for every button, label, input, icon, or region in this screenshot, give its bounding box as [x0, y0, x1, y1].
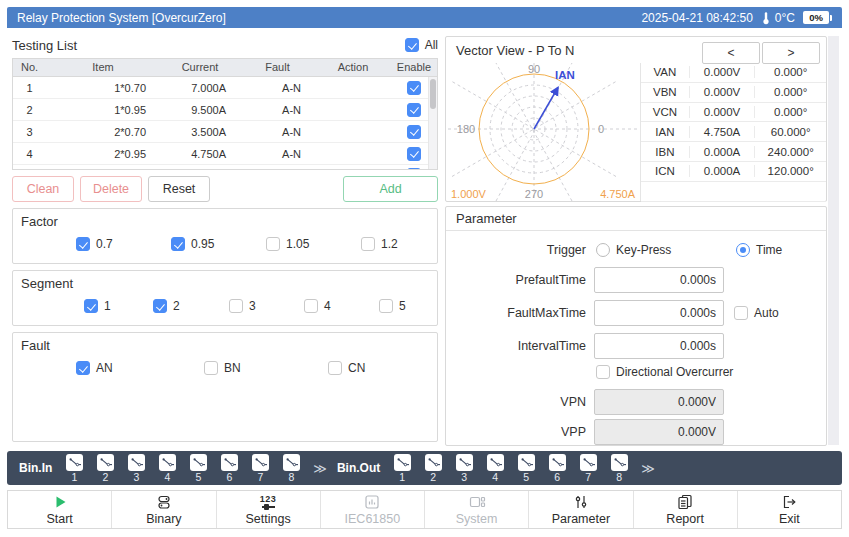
bin-out-more-chevron[interactable]: ≫	[641, 461, 655, 476]
auto-checkbox[interactable]	[734, 306, 748, 320]
fault-an-checkbox[interactable]	[76, 361, 90, 375]
fault-option[interactable]: BN	[204, 361, 241, 375]
fault-cn-checkbox[interactable]	[328, 361, 342, 375]
segment-option[interactable]: 5	[379, 299, 406, 313]
table-row[interactable]: 2 1*0.95 9.500A A-N	[13, 99, 437, 121]
fault-option[interactable]: CN	[328, 361, 365, 375]
bin-in-channel[interactable]: 4	[155, 454, 179, 482]
vector-next-button[interactable]: >	[762, 42, 820, 64]
reset-button[interactable]: Reset	[148, 176, 210, 202]
interval-time-label: IntervalTime	[446, 333, 586, 359]
bin-in-channel[interactable]: 8	[279, 454, 303, 482]
segment-4-checkbox[interactable]	[304, 299, 318, 313]
bin-in-channel[interactable]: 5	[186, 454, 210, 482]
factor-0.7-checkbox[interactable]	[76, 237, 90, 251]
segment-section: Segment 1 2 3 4 5	[12, 270, 438, 326]
keypress-radio[interactable]	[596, 243, 610, 257]
binary-button[interactable]: Binary	[112, 491, 216, 528]
bin-out-channel[interactable]: 6	[545, 454, 569, 482]
factor-1.2-checkbox[interactable]	[361, 237, 375, 251]
report-button[interactable]: Report	[634, 491, 738, 528]
row-enable-checkbox[interactable]	[407, 103, 421, 117]
bin-in-channel[interactable]: 2	[93, 454, 117, 482]
toolbar-label: Parameter	[552, 512, 610, 526]
option-label: 0.7	[96, 237, 113, 251]
bin-in-channel[interactable]: 7	[248, 454, 272, 482]
interval-time-input[interactable]	[594, 333, 724, 359]
add-button[interactable]: Add	[343, 176, 438, 202]
fault-bn-checkbox[interactable]	[204, 361, 218, 375]
cell-current: 3.500A	[160, 126, 240, 138]
directional-overcurrent-checkbox[interactable]	[596, 365, 610, 379]
angle-label-180: 180	[457, 123, 475, 135]
segment-option[interactable]: 2	[153, 299, 180, 313]
directional-overcurrent-option[interactable]: Directional Overcurrer	[596, 365, 733, 379]
bin-in-more-chevron[interactable]: ≫	[313, 461, 327, 476]
table-row[interactable]: 3 2*0.70 3.500A A-N	[13, 121, 437, 143]
factor-option[interactable]: 1.05	[266, 237, 309, 251]
icon-text-123: 123	[260, 495, 277, 504]
vector-prev-button[interactable]: <	[702, 42, 760, 64]
right-scrollbar-track[interactable]	[828, 36, 839, 445]
bin-in-channel[interactable]: 3	[124, 454, 148, 482]
factor-option[interactable]: 0.7	[76, 237, 113, 251]
system-button[interactable]: System	[425, 491, 529, 528]
settings-button[interactable]: 123 Settings	[217, 491, 321, 528]
exit-button[interactable]: Exit	[738, 491, 841, 528]
bin-out-channel[interactable]: 1	[390, 454, 414, 482]
delete-button[interactable]: Delete	[80, 176, 142, 202]
row-enable-checkbox[interactable]	[407, 147, 421, 161]
bin-out-channel[interactable]: 3	[452, 454, 476, 482]
toolbar-label: Report	[666, 512, 704, 526]
bin-in-channel[interactable]: 1	[62, 454, 86, 482]
scrollbar-thumb[interactable]	[430, 79, 436, 109]
trigger-keypress-option[interactable]: Key-Press	[596, 243, 671, 257]
magnitude: 0.000A	[689, 146, 755, 158]
table-row[interactable]: 1 1*0.70 7.000A A-N	[13, 77, 437, 99]
bin-in-channel[interactable]: 6	[217, 454, 241, 482]
channel-number: 1	[399, 472, 405, 482]
table-row[interactable]: 4 2*0.95 4.750A A-N	[13, 143, 437, 165]
row-enable-checkbox[interactable]	[407, 125, 421, 139]
bin-out-channel[interactable]: 8	[607, 454, 631, 482]
start-button[interactable]: Start	[8, 491, 112, 528]
exit-icon	[780, 493, 798, 510]
segment-option[interactable]: 1	[84, 299, 111, 313]
row-enable-checkbox[interactable]	[407, 81, 421, 95]
bin-out-channel[interactable]: 2	[421, 454, 445, 482]
segment-3-checkbox[interactable]	[229, 299, 243, 313]
phase-name: ICN	[641, 165, 689, 177]
factor-1.05-checkbox[interactable]	[266, 237, 280, 251]
segment-2-checkbox[interactable]	[153, 299, 167, 313]
iec61850-button[interactable]: IEC61850	[321, 491, 425, 528]
fault-section: Fault AN BN CN	[12, 332, 438, 442]
trigger-time-option[interactable]: Time	[736, 243, 782, 257]
switch-open-icon	[128, 454, 145, 471]
prefault-time-input[interactable]	[594, 267, 724, 293]
bin-out-channel[interactable]: 4	[483, 454, 507, 482]
segment-1-checkbox[interactable]	[84, 299, 98, 313]
channel-number: 3	[133, 472, 139, 482]
parameter-button[interactable]: Parameter	[529, 491, 633, 528]
table-scrollbar[interactable]	[428, 77, 437, 169]
select-all[interactable]: All	[405, 38, 438, 52]
fault-option[interactable]: AN	[76, 361, 113, 375]
option-label: CN	[348, 361, 365, 375]
row-enable-checkbox[interactable]	[407, 168, 421, 170]
auto-option[interactable]: Auto	[734, 306, 779, 320]
segment-5-checkbox[interactable]	[379, 299, 393, 313]
segment-option[interactable]: 4	[304, 299, 331, 313]
clean-button[interactable]: Clean	[12, 176, 74, 202]
factor-0.95-checkbox[interactable]	[171, 237, 185, 251]
bin-out-channel[interactable]: 5	[514, 454, 538, 482]
time-radio[interactable]	[736, 243, 750, 257]
col-action: Action	[315, 59, 391, 76]
factor-option[interactable]: 0.95	[171, 237, 214, 251]
table-row-partial[interactable]	[13, 165, 437, 170]
faultmax-time-input[interactable]	[594, 300, 724, 326]
ian-vector-label: IAN	[555, 69, 575, 81]
factor-option[interactable]: 1.2	[361, 237, 398, 251]
segment-option[interactable]: 3	[229, 299, 256, 313]
select-all-checkbox[interactable]	[405, 38, 419, 52]
bin-out-channel[interactable]: 7	[576, 454, 600, 482]
